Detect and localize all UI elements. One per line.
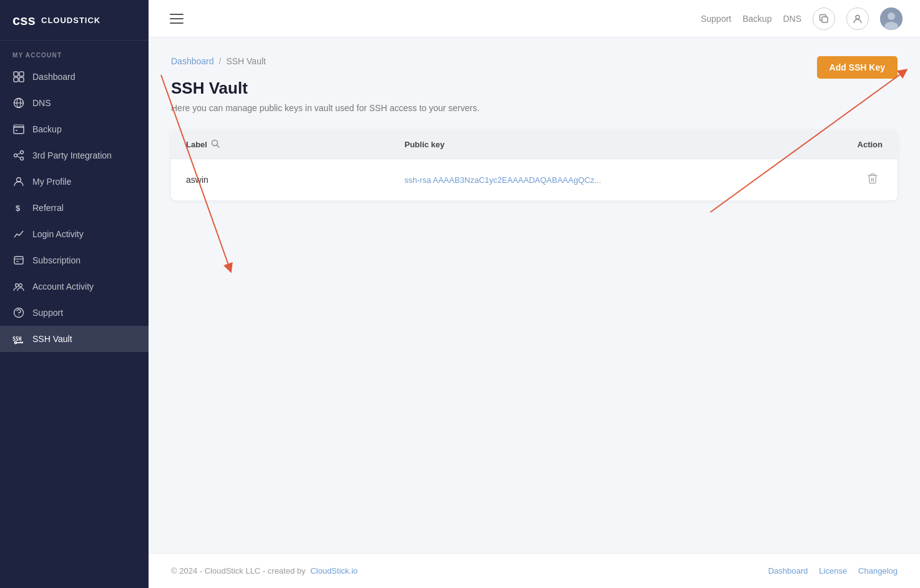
referral-icon: $ [12, 202, 25, 214]
annotation-arrows [149, 37, 920, 553]
header-action: Action [808, 139, 883, 150]
topbar-left [166, 10, 187, 27]
svg-point-12 [21, 151, 24, 154]
topbar-user-button[interactable] [846, 7, 869, 30]
backup-icon [12, 123, 25, 135]
svg-rect-3 [14, 77, 18, 82]
svg-rect-4 [19, 77, 24, 82]
sidebar-item-label-backup: Backup [32, 124, 62, 134]
key-label: aswin [186, 175, 404, 185]
sidebar-nav: Dashboard DNS Backup 3rd Party Integrati… [0, 64, 149, 588]
key-action [808, 170, 883, 189]
footer-copyright-text: © 2024 - CloudStick LLC - created by [171, 566, 306, 576]
sidebar-item-subscription[interactable]: Subscription [0, 247, 149, 273]
logo-icon: css [12, 11, 36, 29]
footer-brand-link[interactable]: CloudStick.io [310, 566, 358, 576]
sidebar-item-account-activity[interactable]: Account Activity [0, 273, 149, 300]
breadcrumb-current: SSH Vault [226, 56, 266, 66]
header-public-key-text: Public key [404, 140, 444, 149]
svg-line-15 [17, 156, 20, 158]
svg-rect-18 [14, 257, 23, 264]
sidebar-item-login-activity[interactable]: Login Activity [0, 221, 149, 247]
ssh-vault-icon: SSH [12, 333, 25, 345]
svg-point-13 [21, 157, 24, 160]
svg-point-11 [14, 154, 17, 157]
topbar: Support Backup DNS [149, 0, 920, 37]
header-label: Label [186, 139, 404, 150]
sidebar-item-dashboard[interactable]: Dashboard [0, 64, 149, 90]
svg-rect-8 [14, 127, 24, 134]
svg-point-22 [19, 284, 22, 287]
footer-dashboard-link[interactable]: Dashboard [768, 566, 808, 576]
footer-copyright: © 2024 - CloudStick LLC - created by Clo… [171, 566, 358, 576]
sidebar-item-label-dashboard: Dashboard [32, 72, 76, 82]
topbar-dns-link[interactable]: DNS [783, 14, 801, 24]
label-search-icon[interactable] [211, 139, 220, 150]
sidebar-logo: css CLOUDSTICK [0, 0, 149, 41]
hamburger-line-1 [170, 14, 184, 15]
hamburger-line-3 [170, 22, 184, 24]
sidebar-item-label-subscription: Subscription [32, 255, 81, 265]
subscription-icon [12, 254, 25, 267]
topbar-avatar[interactable] [880, 7, 903, 30]
page-title: SSH Vault [171, 79, 898, 98]
hamburger-line-2 [170, 18, 184, 19]
svg-line-36 [217, 145, 219, 148]
logo-text: CLOUDSTICK [41, 16, 100, 25]
add-ssh-key-button[interactable]: Add SSH Key [817, 56, 898, 79]
svg-rect-1 [14, 72, 18, 76]
sidebar-item-label-my-profile: My Profile [32, 177, 71, 187]
sidebar-item-backup[interactable]: Backup [0, 116, 149, 142]
hamburger-button[interactable] [166, 10, 187, 27]
topbar-copy-button[interactable] [813, 7, 835, 30]
breadcrumb: Dashboard / SSH Vault [171, 56, 898, 66]
topbar-right: Support Backup DNS [701, 7, 903, 30]
topbar-support-link[interactable]: Support [701, 14, 732, 24]
sidebar-item-dns[interactable]: DNS [0, 90, 149, 116]
svg-text:SSH: SSH [12, 336, 22, 342]
dns-icon [12, 97, 25, 109]
sidebar-item-my-profile[interactable]: My Profile [0, 169, 149, 195]
sidebar-item-label-login-activity: Login Activity [32, 229, 84, 239]
main-content-area: Support Backup DNS Dashboard / SSH Vault… [149, 0, 920, 588]
sidebar-item-ssh-vault[interactable]: SSH SSH Vault [0, 326, 149, 352]
footer-license-link[interactable]: License [819, 566, 847, 576]
svg-rect-30 [822, 17, 828, 22]
support-icon [12, 306, 25, 319]
sidebar-item-referral[interactable]: $ Referral [0, 195, 149, 221]
table-header: Label Public key Action [171, 130, 898, 159]
header-public-key: Public key [404, 139, 808, 150]
content: Dashboard / SSH Vault SSH Vault Here you… [149, 37, 920, 553]
svg-text:css: css [12, 12, 36, 28]
svg-point-31 [856, 15, 859, 19]
footer-changelog-link[interactable]: Changelog [858, 566, 898, 576]
breadcrumb-separator: / [219, 56, 222, 66]
sidebar: css CLOUDSTICK MY ACCOUNT Dashboard DNS … [0, 0, 149, 588]
sidebar-item-label-account-activity: Account Activity [32, 282, 94, 292]
footer: © 2024 - CloudStick LLC - created by Clo… [149, 553, 920, 588]
table-row: aswin ssh-rsa AAAAB3NzaC1yc2EAAAADAQABAA… [171, 159, 898, 200]
sidebar-item-label-dns: DNS [32, 98, 51, 108]
page-description: Here you can manage public keys in vault… [171, 103, 898, 113]
svg-point-33 [888, 12, 895, 20]
account-activity-icon [12, 280, 25, 293]
header-action-text: Action [858, 140, 883, 149]
header-label-text: Label [186, 140, 207, 149]
login-activity-icon [12, 228, 25, 240]
topbar-backup-link[interactable]: Backup [743, 14, 772, 24]
svg-point-21 [16, 284, 19, 287]
sidebar-section-label: MY ACCOUNT [0, 41, 149, 64]
dashboard-icon [12, 71, 25, 83]
profile-icon [12, 175, 25, 188]
key-value[interactable]: ssh-rsa AAAAB3NzaC1yc2EAAAADAQABAAAgQCz.… [404, 175, 808, 185]
delete-key-button[interactable] [863, 170, 883, 189]
sidebar-item-support[interactable]: Support [0, 300, 149, 326]
svg-text:$: $ [16, 203, 21, 213]
breadcrumb-parent[interactable]: Dashboard [171, 56, 214, 66]
sidebar-item-label-referral: Referral [32, 203, 64, 213]
svg-rect-2 [19, 72, 24, 76]
sidebar-item-label-ssh-vault: SSH Vault [32, 334, 72, 344]
sidebar-item-3rd-party[interactable]: 3rd Party Integration [0, 142, 149, 169]
sidebar-item-label-3rd-party: 3rd Party Integration [32, 150, 112, 160]
integration-icon [12, 149, 25, 162]
